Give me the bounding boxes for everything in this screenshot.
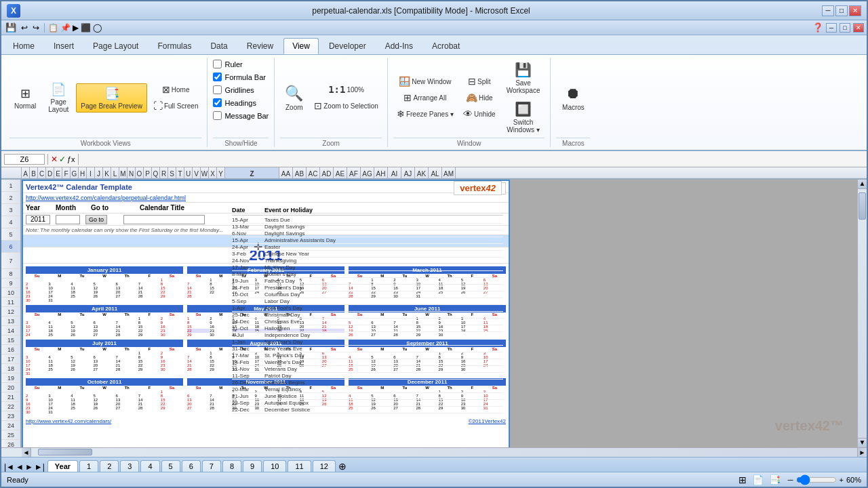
headings-checkbox-label[interactable]: Headings (213, 98, 256, 108)
row-header-10[interactable]: 10 (1, 288, 20, 298)
add-sheet-button[interactable]: ⊕ (338, 461, 347, 472)
tab-insert[interactable]: Insert (45, 38, 83, 54)
save-workspace-button[interactable]: 💾 SaveWorkspace (502, 59, 545, 97)
tab-view[interactable]: View (283, 38, 319, 54)
calendar-title-input[interactable] (123, 215, 205, 224)
inner-close-button[interactable]: ✕ (853, 23, 864, 33)
col-header-ai[interactable]: AI (388, 167, 401, 178)
col-header-aa[interactable]: AA (279, 167, 293, 178)
row-header-22[interactable]: 22 (1, 402, 20, 411)
col-header-r[interactable]: R (160, 167, 168, 178)
col-header-am[interactable]: AM (442, 167, 456, 178)
formula-bar-checkbox-label[interactable]: Formula Bar (213, 72, 266, 82)
paste-qat-button[interactable]: 📌 (60, 23, 71, 33)
freeze-panes-button[interactable]: ❄ Freeze Panes ▾ (393, 106, 457, 121)
col-header-l[interactable]: L (111, 167, 119, 178)
scroll-down-button[interactable]: ▼ (858, 438, 867, 447)
row-header-13[interactable]: 13 (1, 317, 20, 326)
col-header-y[interactable]: Y (217, 167, 225, 178)
inner-restore-button[interactable]: □ (840, 23, 850, 33)
cell-z2[interactable]: http://www.vertex42.com/calendars/perpet… (23, 195, 186, 201)
tab-add-ins[interactable]: Add-Ins (376, 38, 422, 54)
name-box[interactable] (4, 154, 45, 165)
help-button[interactable]: ❓ (812, 22, 823, 33)
tab-5[interactable]: 5 (161, 460, 180, 472)
col-header-v[interactable]: V (193, 167, 201, 178)
tab-review[interactable]: Review (238, 38, 282, 54)
row-header-24[interactable]: 24 (1, 421, 20, 430)
page-break-status-button[interactable]: 📑 (767, 474, 783, 486)
tab-1[interactable]: 1 (79, 460, 98, 472)
formula-input[interactable] (81, 155, 864, 163)
col-header-ak[interactable]: AK (415, 167, 429, 178)
tab-2[interactable]: 2 (100, 460, 119, 472)
col-header-s[interactable]: S (168, 167, 176, 178)
message-bar-checkbox[interactable] (213, 111, 222, 120)
row-header-19[interactable]: 19 (1, 373, 20, 383)
full-screen-button[interactable]: ⛶ Full Screen (150, 98, 202, 113)
col-header-ag[interactable]: AG (361, 167, 374, 178)
footer-link-right[interactable]: ©2011Vertex42 (469, 418, 506, 424)
row-header-8[interactable]: 8 (1, 269, 20, 279)
col-header-a[interactable]: A (22, 167, 30, 178)
hide-button[interactable]: 🙈 Hide (460, 90, 499, 105)
tab-nav-last[interactable]: ►| (35, 462, 45, 472)
col-header-n[interactable]: N (127, 167, 136, 178)
tab-12[interactable]: 12 (313, 460, 336, 472)
row-header-25[interactable]: 25 (1, 430, 20, 440)
tab-developer[interactable]: Developer (320, 38, 375, 54)
tab-10[interactable]: 10 (263, 460, 286, 472)
hscroll-track[interactable] (31, 448, 857, 457)
gridlines-checkbox[interactable] (213, 85, 222, 94)
col-header-f[interactable]: F (62, 167, 71, 178)
row-header-23[interactable]: 23 (1, 411, 20, 421)
inner-minimize-button[interactable]: ─ (826, 23, 837, 33)
col-header-af[interactable]: AF (347, 167, 361, 178)
insert-function-button[interactable]: ƒx (67, 155, 75, 163)
split-button[interactable]: ⊟ Split (460, 74, 499, 89)
zoom-out-button[interactable]: ─ (788, 476, 793, 484)
ruler-checkbox-label[interactable]: Ruler (213, 59, 242, 69)
row-header-1[interactable]: 1 (1, 180, 20, 192)
redo-qat-button[interactable]: ↪ (31, 22, 41, 33)
col-header-h[interactable]: H (79, 167, 87, 178)
cancel-formula-button[interactable]: ✕ (51, 155, 58, 164)
vertical-scrollbar[interactable]: ▲ ▼ (857, 180, 867, 447)
switch-windows-button[interactable]: 🔲 SwitchWindows ▾ (502, 98, 545, 136)
zoom-slider[interactable] (796, 474, 837, 485)
row-header-11[interactable]: 11 (1, 298, 20, 307)
page-break-preview-button[interactable]: 📑 Page Break Preview (76, 83, 147, 113)
shapes-qat-button[interactable]: ◯ (93, 23, 102, 33)
unhide-button[interactable]: 👁 Unhide (460, 106, 499, 121)
row-header-12[interactable]: 12 (1, 307, 20, 317)
tab-formulas[interactable]: Formulas (149, 38, 200, 54)
tab-nav-first[interactable]: |◄ (4, 462, 14, 472)
col-header-u[interactable]: U (184, 167, 193, 178)
zoom-to-selection-button[interactable]: ⊡ Zoom to Selection (311, 98, 382, 113)
tab-8[interactable]: 8 (222, 460, 241, 472)
zoom-button[interactable]: 🔍 Zoom (280, 82, 308, 114)
message-bar-checkbox-label[interactable]: Message Bar (213, 110, 269, 121)
col-header-ae[interactable]: AE (334, 167, 347, 178)
col-header-w[interactable]: W (201, 167, 209, 178)
copy-qat-button[interactable]: 📋 (48, 23, 58, 33)
tab-9[interactable]: 9 (243, 460, 262, 472)
col-header-e[interactable]: E (54, 167, 62, 178)
goto-button[interactable]: Go to (85, 215, 107, 224)
row-header-17[interactable]: 17 (1, 354, 20, 364)
col-header-c[interactable]: C (38, 167, 46, 178)
col-header-ab[interactable]: AB (293, 167, 307, 178)
row-header-6[interactable]: 6 (1, 241, 20, 253)
row-header-7[interactable]: 7 (1, 253, 20, 269)
col-header-j[interactable]: J (95, 167, 103, 178)
formula-bar-checkbox[interactable] (213, 73, 222, 81)
col-header-ah[interactable]: AH (374, 167, 388, 178)
row-header-3[interactable]: 3 (1, 204, 20, 216)
row-header-9[interactable]: 9 (1, 279, 20, 288)
headings-checkbox[interactable] (213, 98, 222, 107)
col-header-d[interactable]: D (46, 167, 54, 178)
row-header-26[interactable]: 26 (1, 440, 20, 447)
col-header-ad[interactable]: AD (320, 167, 334, 178)
scroll-right-button[interactable]: ► (857, 448, 867, 457)
col-header-p[interactable]: P (144, 167, 152, 178)
